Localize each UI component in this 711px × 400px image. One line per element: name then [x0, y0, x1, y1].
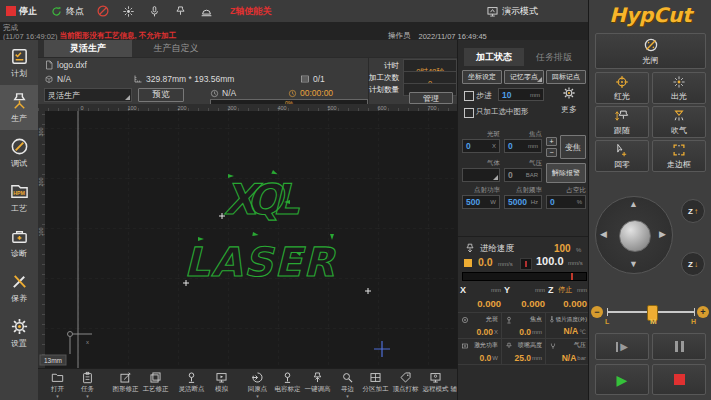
toolbar-return-origin-button[interactable]: 回原点▾: [244, 371, 271, 399]
more-gear-icon[interactable]: [562, 86, 576, 100]
toolbar-simulate-button[interactable]: 模拟: [208, 371, 235, 399]
memory-zero-button[interactable]: 记忆零点: [504, 70, 544, 84]
mode-select[interactable]: 灵活生产: [44, 88, 132, 102]
follow-button[interactable]: 跟随: [595, 106, 649, 138]
sidebar-item-settings[interactable]: 设置: [0, 310, 38, 355]
more-label[interactable]: 更多: [561, 104, 577, 115]
wrench-icon: [10, 272, 29, 291]
toolbar-open-button[interactable]: 打开▾: [44, 371, 71, 399]
top-toolbar: 停止 终点 Z轴使能关 演示模式: [0, 0, 588, 23]
step-checkbox[interactable]: [464, 91, 474, 101]
stat-spot: 光斑 0.00X: [458, 312, 502, 338]
follow-icon: [615, 109, 629, 123]
toolbar-remote-mode-button[interactable]: 远程模式: [422, 371, 449, 399]
ruler-tick-label: 700: [427, 105, 436, 111]
toolbar-vertex-mark-button[interactable]: 顶点打标: [392, 371, 419, 399]
nozzle-button[interactable]: [174, 0, 187, 22]
coord-set-button[interactable]: 坐标设定: [462, 70, 502, 84]
only-selected-checkbox[interactable]: [464, 108, 474, 118]
toolbar-breakpoint-button[interactable]: 灵活断点: [178, 371, 205, 399]
spot-input[interactable]: 0X: [462, 139, 500, 153]
mic-sensor-icon: [148, 5, 161, 18]
sidebar-item-diagnosis[interactable]: 诊断: [0, 220, 38, 265]
edit-square-icon: [119, 371, 132, 384]
jog-center-knob[interactable]: [619, 220, 651, 252]
shutter-button[interactable]: 光闸: [595, 33, 706, 69]
duty-label: 占空比: [546, 186, 586, 195]
z-plus-button[interactable]: Z↑: [681, 199, 705, 223]
start-button[interactable]: ▶: [595, 364, 649, 395]
jog-speed-slider-track[interactable]: [607, 311, 695, 313]
sidebar-item-process[interactable]: 工艺: [0, 175, 38, 220]
stop-button[interactable]: 停止: [6, 0, 37, 22]
demo-mode-button[interactable]: 演示模式: [486, 0, 538, 22]
spot-label: 光斑: [462, 130, 500, 139]
alarm-button[interactable]: [200, 0, 213, 22]
speed-mid-label[interactable]: M: [650, 317, 657, 326]
burst-freq-input[interactable]: 5000Hz: [504, 195, 542, 209]
plus-icon: +: [700, 307, 705, 317]
laser-disable-button[interactable]: [96, 0, 110, 22]
toolbar-task-button[interactable]: 任务▾: [74, 371, 101, 399]
focus-plus-button[interactable]: +: [546, 137, 557, 146]
burst-power-input[interactable]: 500W: [462, 195, 500, 209]
quantity-label: 计划数量: [369, 85, 399, 95]
toolbar-partition-button[interactable]: 分区加工: [362, 371, 389, 399]
gas-label: 气体: [462, 159, 500, 168]
zoom-focus-button[interactable]: 变焦: [560, 135, 586, 159]
frame-button[interactable]: 走边框: [652, 140, 706, 172]
gas-hook-icon: [549, 342, 557, 350]
red-light-button[interactable]: 红光: [595, 72, 649, 104]
pressure-label: 气压: [504, 159, 542, 168]
toolbar-process-fix-button[interactable]: 工艺修正: [142, 371, 169, 399]
tab-flexible-production[interactable]: 灵活生产: [44, 40, 132, 57]
endpoint-button[interactable]: 终点: [50, 0, 84, 22]
manage-button[interactable]: 管理: [409, 92, 453, 104]
follow-sensor-button[interactable]: [148, 0, 161, 22]
plan-checklist-icon: [10, 47, 29, 66]
toolbar-one-key-height-button[interactable]: 一键调高: [304, 371, 331, 399]
duty-input[interactable]: 0%: [546, 195, 586, 209]
work-canvas[interactable]: 0 100 200 300 400 500 600 700 300 200 10…: [38, 104, 457, 368]
laser-out-button[interactable]: [122, 0, 135, 22]
step-forward-button[interactable]: ▶: [595, 333, 649, 360]
jog-up-arrow-icon[interactable]: ▲: [629, 199, 638, 209]
toolbar-auxiliary-button[interactable]: 辅助功能▾: [450, 371, 457, 399]
power-icon: [461, 342, 469, 350]
home-button[interactable]: 回零: [595, 140, 649, 172]
speed-low-label[interactable]: L: [605, 318, 609, 325]
toolbar-edge-find-button[interactable]: 寻边▾: [334, 371, 361, 399]
z-minus-button[interactable]: Z↓: [681, 252, 705, 276]
jog-left-arrow-icon[interactable]: ◀: [600, 229, 607, 239]
focus-minus-button[interactable]: −: [546, 148, 557, 157]
blow-air-button[interactable]: 吹气: [652, 106, 706, 138]
pressure-input[interactable]: 0BAR: [504, 168, 542, 182]
preview-button[interactable]: 预览: [138, 88, 184, 102]
return-mark-button[interactable]: 回标记点: [546, 70, 586, 84]
sidebar-item-plan[interactable]: 计划: [0, 40, 38, 85]
speed-minus-button[interactable]: −: [591, 306, 603, 318]
coordinate-readout: Xmm Ymm Z停止mm 0.000 0.000 0.000: [458, 285, 589, 312]
speed-high-label[interactable]: H: [691, 318, 696, 325]
sidebar-item-maintenance[interactable]: 保养: [0, 265, 38, 310]
step-input[interactable]: 10 mm: [498, 88, 544, 101]
toolbar-capacitance-cal-button[interactable]: 电容标定: [274, 371, 301, 399]
tab-task-layout[interactable]: 任务排版: [524, 48, 584, 66]
speed-slider-track[interactable]: [462, 272, 587, 281]
tab-production-custom[interactable]: 生产自定义: [132, 40, 220, 57]
tab-processing-status[interactable]: 加工状态: [464, 48, 524, 66]
laser-out-button[interactable]: 出光: [652, 72, 706, 104]
focus-input[interactable]: 0mm: [504, 139, 542, 153]
gas-select[interactable]: [462, 168, 500, 182]
jog-down-arrow-icon[interactable]: ▼: [629, 259, 638, 269]
ruler-tick-label: 100: [38, 227, 44, 236]
toolbar-graphic-fix-button[interactable]: 图形修正: [112, 371, 139, 399]
clear-alarm-button[interactable]: 解除报警: [546, 163, 586, 183]
sidebar-item-production[interactable]: 生产: [0, 85, 38, 130]
jog-right-arrow-icon[interactable]: ▶: [659, 229, 666, 239]
speed-plus-button[interactable]: +: [697, 306, 709, 318]
sidebar-item-debug[interactable]: 调试: [0, 130, 38, 175]
pause-button[interactable]: [652, 333, 706, 360]
jog-pad[interactable]: ▲ ▼ ◀ ▶: [595, 196, 673, 274]
stop-machining-button[interactable]: [652, 364, 706, 395]
